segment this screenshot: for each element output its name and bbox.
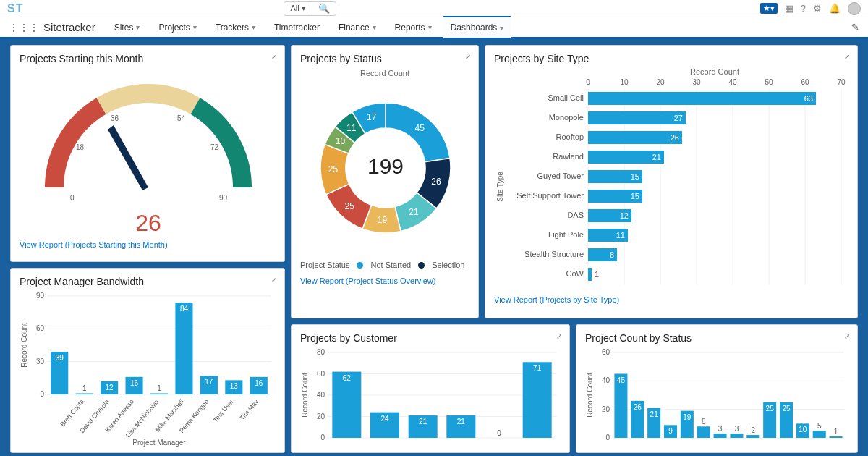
svg-text:70: 70 [837, 78, 846, 86]
card-title: Projects by Status [300, 53, 469, 64]
svg-text:Small Cell: Small Cell [548, 93, 584, 102]
nav-trackers[interactable]: Trackers▾ [208, 17, 263, 38]
svg-text:16: 16 [130, 379, 139, 387]
svg-text:Monopole: Monopole [549, 113, 584, 122]
svg-text:40: 40 [602, 376, 610, 384]
card-projects-starting: Projects Starting this Month ⤢ 0 18 36 5… [10, 45, 285, 262]
svg-text:Test User: Test User [212, 398, 235, 424]
card-title: Project Count by Status [585, 332, 848, 344]
app-launcher-icon[interactable]: ⋮⋮⋮ [9, 22, 39, 33]
svg-text:60: 60 [602, 348, 610, 356]
hbar-chart: 010203040506070Small Cell63Monopole27Roo… [494, 76, 850, 293]
svg-text:3: 3 [735, 425, 739, 433]
nav-projects[interactable]: Projects▾ [151, 17, 203, 38]
svg-text:15: 15 [631, 172, 639, 181]
svg-text:DAS: DAS [567, 211, 584, 219]
svg-text:25: 25 [344, 201, 354, 211]
svg-text:8: 8 [610, 250, 614, 259]
svg-text:54: 54 [177, 114, 186, 122]
card-projects-by-site-type: Projects by Site Type ⤢ Record Count 010… [485, 45, 858, 318]
svg-text:90: 90 [36, 292, 45, 300]
svg-text:90: 90 [219, 194, 228, 202]
svg-text:26: 26 [671, 133, 679, 142]
svg-rect-148 [746, 435, 760, 438]
svg-rect-156 [813, 431, 826, 438]
view-report-link[interactable]: View Report (Projects Starting this Mont… [20, 240, 276, 249]
svg-text:17: 17 [205, 378, 213, 386]
svg-text:0: 0 [497, 429, 501, 437]
svg-text:71: 71 [533, 364, 542, 372]
expand-icon[interactable]: ⤢ [556, 332, 562, 340]
svg-text:2: 2 [752, 426, 756, 434]
chart-legend: Project Status Not Started Selection [300, 261, 469, 269]
expand-icon[interactable]: ⤢ [844, 53, 850, 61]
svg-text:63: 63 [804, 94, 813, 103]
svg-text:3: 3 [718, 425, 723, 433]
help-icon[interactable]: ? [801, 3, 806, 14]
svg-text:15: 15 [631, 192, 639, 200]
svg-text:50: 50 [765, 78, 773, 86]
chevron-down-icon: ▾ [500, 24, 503, 32]
bar-chart: 02040608062242121071Record Count [300, 344, 562, 447]
card-title: Projects by Customer [300, 332, 561, 344]
avatar[interactable] [848, 2, 861, 15]
svg-rect-35 [588, 92, 816, 105]
svg-text:40: 40 [728, 78, 737, 86]
global-search[interactable]: All ▾ 🔍 [284, 1, 336, 16]
svg-text:60: 60 [36, 324, 45, 332]
svg-text:80: 80 [317, 348, 326, 356]
nav-sites[interactable]: Sites▾ [107, 17, 148, 38]
svg-text:25: 25 [328, 164, 339, 174]
card-title: Projects Starting this Month [20, 53, 276, 64]
chevron-down-icon: ▾ [136, 23, 140, 31]
svg-text:13: 13 [230, 382, 239, 390]
svg-text:60: 60 [317, 370, 326, 378]
svg-rect-121 [523, 362, 552, 438]
svg-text:30: 30 [692, 78, 701, 86]
search-icon[interactable]: 🔍 [312, 3, 336, 14]
settings-icon[interactable]: ⚙ [813, 3, 822, 14]
svg-text:0: 0 [320, 434, 325, 442]
svg-text:Record Count: Record Count [301, 373, 309, 418]
svg-text:19: 19 [378, 215, 388, 225]
nav-timetracker[interactable]: Timetracker [267, 17, 327, 38]
expand-icon[interactable]: ⤢ [465, 53, 471, 61]
svg-text:24: 24 [380, 415, 389, 423]
nav-reports[interactable]: Reports▾ [388, 17, 439, 38]
search-scope[interactable]: All ▾ [284, 4, 312, 13]
favorites-icon[interactable]: ★▾ [760, 3, 778, 14]
svg-text:21: 21 [650, 410, 659, 418]
grid-icon[interactable]: ▦ [785, 3, 793, 14]
chevron-down-icon: ▾ [252, 23, 255, 31]
expand-icon[interactable]: ⤢ [271, 276, 277, 284]
svg-text:11: 11 [616, 231, 625, 240]
bar-chart: 0204060452621919833225251051Record Count [585, 344, 850, 447]
svg-text:0: 0 [586, 78, 590, 86]
chevron-down-icon: ▾ [193, 23, 197, 31]
svg-text:26: 26 [135, 210, 161, 236]
app-nav: ⋮⋮⋮ Sitetracker Sites▾ Projects▾ Tracker… [0, 17, 868, 39]
svg-text:10: 10 [336, 136, 346, 146]
expand-icon[interactable]: ⤢ [271, 53, 277, 61]
edit-icon[interactable]: ✎ [851, 22, 859, 33]
svg-rect-142 [697, 426, 710, 438]
chevron-down-icon: ▾ [373, 23, 376, 31]
svg-text:84: 84 [180, 305, 189, 313]
svg-text:Stealth Structure: Stealth Structure [524, 250, 584, 258]
svg-text:Rooftop: Rooftop [556, 132, 584, 141]
view-report-link[interactable]: View Report (Projects by Site Type) [494, 295, 848, 304]
svg-text:1: 1 [82, 384, 87, 392]
app-logo: ST [7, 2, 23, 15]
card-project-count-by-status: Project Count by Status ⤢ 02040604526219… [576, 324, 858, 453]
expand-icon[interactable]: ⤢ [844, 332, 850, 340]
svg-rect-75 [76, 393, 93, 394]
bell-icon[interactable]: 🔔 [829, 3, 841, 14]
svg-text:16: 16 [255, 379, 263, 387]
bar-chart: 0306090391Brett Cupta12David Charola16Ka… [20, 287, 277, 447]
svg-text:45: 45 [415, 123, 425, 133]
view-report-link[interactable]: View Report (Project Status Overview) [300, 276, 469, 285]
nav-finance[interactable]: Finance▾ [331, 17, 383, 38]
svg-text:Rawland: Rawland [553, 152, 584, 161]
svg-text:21: 21 [652, 153, 661, 161]
nav-dashboards[interactable]: Dashboards▾ [443, 16, 511, 38]
